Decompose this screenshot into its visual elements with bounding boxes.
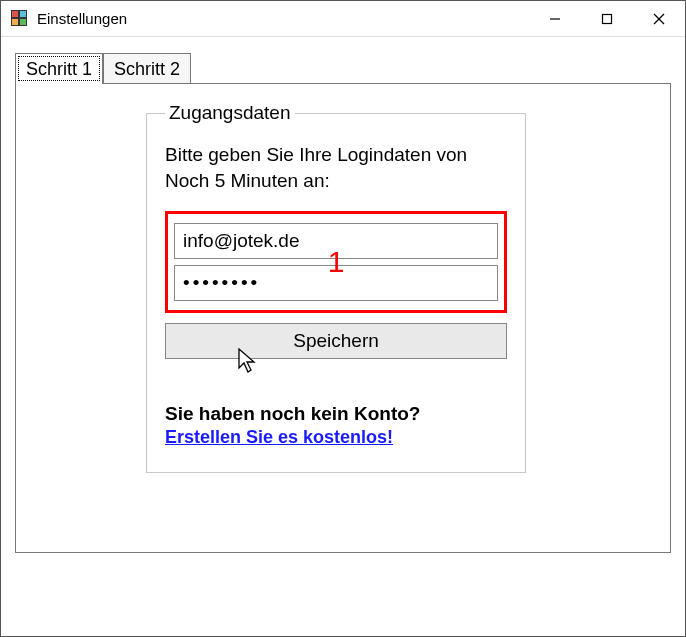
minimize-icon xyxy=(549,13,561,25)
maximize-button[interactable] xyxy=(581,1,633,36)
svg-rect-1 xyxy=(603,14,612,23)
app-icon xyxy=(11,10,29,28)
titlebar: Einstellungen xyxy=(1,1,685,37)
credentials-hint: Bitte geben Sie Ihre Logindaten von Noch… xyxy=(165,142,507,193)
email-input[interactable] xyxy=(174,223,498,259)
tab-bar: Schritt 1 Schritt 2 xyxy=(15,49,671,83)
tab-page-step-1: Zugangsdaten Bitte geben Sie Ihre Logind… xyxy=(15,83,671,553)
save-button[interactable]: Speichern xyxy=(165,323,507,359)
minimize-button[interactable] xyxy=(529,1,581,36)
group-legend: Zugangsdaten xyxy=(165,102,295,124)
maximize-icon xyxy=(601,13,613,25)
close-icon xyxy=(653,13,665,25)
annotation-box-1: 1 xyxy=(165,211,507,313)
password-input[interactable] xyxy=(174,265,498,301)
create-account-link[interactable]: Erstellen Sie es kostenlos! xyxy=(165,427,393,447)
tab-step-1[interactable]: Schritt 1 xyxy=(15,53,103,84)
window-title: Einstellungen xyxy=(37,10,127,27)
no-account-text: Sie haben noch kein Konto? xyxy=(165,403,507,425)
credentials-group: Zugangsdaten Bitte geben Sie Ihre Logind… xyxy=(146,102,526,473)
settings-window: Einstellungen Schritt 1 Schritt 2 Zugang… xyxy=(0,0,686,637)
tab-step-2[interactable]: Schritt 2 xyxy=(103,53,191,84)
client-area: Schritt 1 Schritt 2 Zugangsdaten Bitte g… xyxy=(15,49,671,622)
close-button[interactable] xyxy=(633,1,685,36)
